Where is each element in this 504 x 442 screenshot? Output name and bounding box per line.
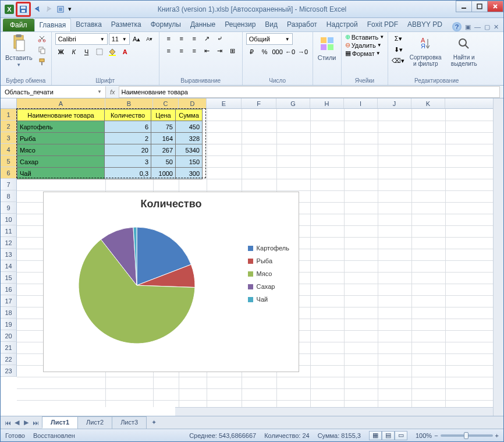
sheet-first-icon[interactable]: ⏮ — [3, 418, 12, 428]
row-header-18[interactable]: 18 — [1, 307, 17, 319]
fill-color-button[interactable] — [107, 47, 118, 57]
table-cell[interactable]: 1000 — [151, 168, 176, 179]
page-break-view-icon[interactable]: ▭ — [395, 431, 407, 440]
normal-view-icon[interactable]: ▦ — [369, 431, 382, 440]
delete-cells-button[interactable]: ⊖Удалить▼ — [345, 41, 382, 49]
table-header[interactable]: Количество — [105, 109, 151, 121]
minimize-button[interactable] — [456, 1, 472, 12]
row-header-1[interactable]: 1 — [1, 109, 17, 121]
row-header-19[interactable]: 19 — [1, 319, 17, 330]
align-center-icon[interactable]: ≡ — [176, 45, 187, 56]
increase-decimal-icon[interactable]: ←0 — [285, 47, 296, 57]
align-bottom-icon[interactable]: ≡ — [189, 33, 200, 44]
table-header[interactable]: Сумма — [176, 109, 203, 121]
italic-button[interactable]: К — [68, 47, 80, 57]
percent-icon[interactable]: % — [259, 47, 271, 57]
table-cell[interactable]: 3 — [105, 156, 151, 168]
tab-рецензир[interactable]: Рецензир — [220, 18, 260, 31]
doc-maximize-icon[interactable]: ▢ — [484, 23, 490, 31]
help-icon[interactable]: ? — [452, 22, 462, 31]
table-cell[interactable]: 5340 — [176, 144, 203, 156]
copy-button[interactable] — [36, 45, 48, 55]
row-header-12[interactable]: 12 — [1, 237, 17, 249]
data-table[interactable]: Наименование товараКоличествоЦенаСуммаКа… — [17, 109, 203, 179]
excel-icon[interactable]: X — [4, 4, 15, 15]
qat-dropdown-icon[interactable]: ▾ — [67, 4, 73, 15]
row-header-21[interactable]: 21 — [1, 342, 17, 353]
select-all-corner[interactable] — [1, 98, 17, 108]
maximize-button[interactable] — [471, 1, 488, 12]
format-cells-button[interactable]: ▦Формат▼ — [345, 49, 381, 57]
col-header-E[interactable]: E — [207, 98, 242, 108]
font-size-combo[interactable]: 11▼ — [109, 33, 130, 45]
comma-icon[interactable]: 000 — [272, 47, 283, 57]
row-header-4[interactable]: 4 — [1, 144, 17, 155]
table-cell[interactable]: 20 — [105, 144, 151, 156]
table-cell[interactable]: 150 — [176, 156, 203, 168]
file-tab[interactable]: Файл — [3, 19, 34, 31]
row-header-14[interactable]: 14 — [1, 260, 17, 272]
decrease-decimal-icon[interactable]: →0 — [297, 47, 309, 57]
sheet-tab-Лист1[interactable]: Лист1 — [42, 416, 78, 429]
table-cell[interactable]: Картофель — [17, 121, 105, 133]
col-header-C[interactable]: C — [153, 98, 179, 108]
zoom-out-icon[interactable]: − — [434, 432, 438, 439]
table-cell[interactable]: 50 — [151, 156, 176, 168]
currency-icon[interactable]: ₽ — [246, 47, 258, 57]
row-header-7[interactable]: 7 — [1, 179, 17, 190]
redo-button[interactable] — [44, 4, 54, 15]
row-header-2[interactable]: 2 — [1, 121, 17, 132]
zoom-level[interactable]: 100% — [416, 432, 432, 439]
doc-minimize-icon[interactable]: — — [474, 23, 481, 30]
zoom-slider[interactable] — [441, 434, 493, 437]
undo-button[interactable] — [32, 4, 42, 15]
sheet-tab-Лист2[interactable]: Лист2 — [77, 416, 112, 429]
zoom-in-icon[interactable]: + — [495, 432, 499, 439]
table-cell[interactable]: 6 — [105, 121, 151, 133]
increase-font-icon[interactable]: A▴ — [131, 34, 143, 44]
sheet-last-icon[interactable]: ⏭ — [31, 418, 40, 428]
col-header-I[interactable]: I — [344, 98, 378, 108]
table-cell[interactable]: 267 — [151, 144, 176, 156]
bold-button[interactable]: Ж — [55, 47, 67, 57]
row-header-5[interactable]: 5 — [1, 155, 17, 167]
tab-вставка[interactable]: Вставка — [71, 18, 107, 31]
fx-icon[interactable]: fx — [110, 89, 115, 96]
cut-button[interactable] — [36, 33, 48, 44]
align-right-icon[interactable]: ≡ — [189, 45, 200, 56]
qat-extra-icon[interactable] — [55, 4, 66, 15]
row-header-9[interactable]: 9 — [1, 202, 17, 214]
tab-надстрой[interactable]: Надстрой — [322, 18, 363, 31]
orientation-icon[interactable]: ↗ — [201, 33, 213, 44]
font-color-button[interactable]: A — [119, 47, 131, 57]
col-header-A[interactable]: A — [17, 98, 105, 108]
ribbon-minimize-icon[interactable]: ▣ — [465, 23, 471, 31]
doc-close-icon[interactable]: ✕ — [494, 23, 499, 31]
new-sheet-icon[interactable]: ✦ — [149, 418, 158, 428]
row-header-13[interactable]: 13 — [1, 249, 17, 260]
col-header-D[interactable]: D — [179, 98, 207, 108]
find-select-button[interactable]: Найти и выделить — [446, 33, 481, 68]
close-button[interactable] — [487, 1, 503, 12]
col-header-H[interactable]: H — [310, 98, 344, 108]
table-cell[interactable]: Мясо — [17, 144, 105, 156]
table-cell[interactable]: 450 — [176, 121, 203, 133]
sheet-tab-Лист3[interactable]: Лист3 — [112, 416, 147, 429]
tab-вид[interactable]: Вид — [260, 18, 282, 31]
autosum-icon[interactable]: Σ▾ — [392, 33, 404, 44]
table-cell[interactable]: 164 — [151, 133, 176, 144]
row-header-8[interactable]: 8 — [1, 190, 17, 202]
page-layout-view-icon[interactable]: ▤ — [382, 431, 395, 440]
tab-abbyy pd[interactable]: ABBYY PD — [403, 18, 447, 31]
row-header-15[interactable]: 15 — [1, 272, 17, 284]
wrap-text-icon[interactable]: ⤶ — [214, 33, 226, 44]
tab-формулы[interactable]: Формулы — [146, 18, 186, 31]
vertical-scrollbar[interactable] — [493, 98, 503, 418]
align-top-icon[interactable]: ≡ — [163, 33, 175, 44]
row-header-23[interactable]: 23 — [1, 365, 17, 377]
tab-foxit pdf[interactable]: Foxit PDF — [363, 18, 403, 31]
format-painter-button[interactable] — [36, 56, 48, 67]
border-button[interactable] — [94, 47, 105, 57]
align-left-icon[interactable]: ≡ — [163, 45, 175, 56]
align-middle-icon[interactable]: ≡ — [176, 33, 187, 44]
